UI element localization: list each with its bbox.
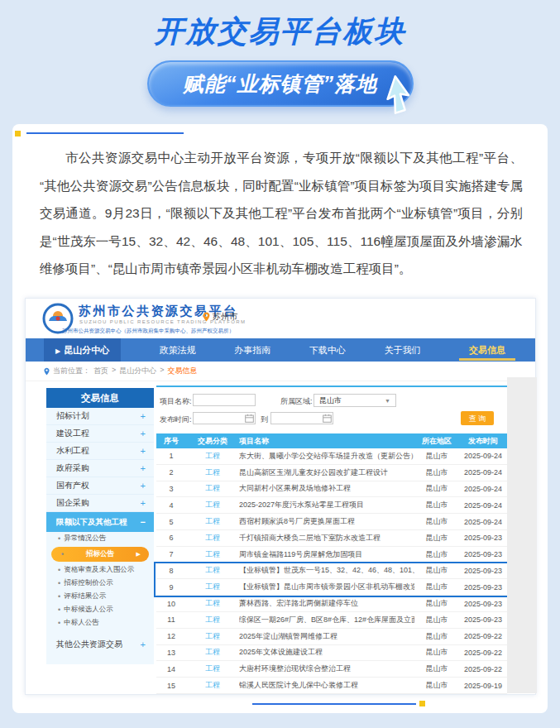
nav-item-关于我们[interactable]: 关于我们 [384,338,420,362]
table-header: 序号交易分类项目名称所在地区发布时间 [156,433,507,448]
table-row[interactable]: 1工程东大街、晨曦小学公交站停车场提升改造（更新公告）昆山市2025-09-24 [156,448,507,465]
project-name[interactable]: 千灯镇招商大楼负二层地下室防水改造工程 [239,533,414,544]
table-row[interactable]: 7工程周市镇金福路119号房屋解危加固项目昆山市2025-09-23 [156,547,507,563]
sidebar-item[interactable]: 政府采购+ [46,460,154,477]
table-row[interactable]: 5工程西宿村顾家浜8号厂房更换屋面工程昆山市2025-09-24 [156,514,507,530]
sidebar-item[interactable]: 建设工程+ [46,425,154,443]
category-link[interactable]: 工程 [186,615,239,625]
nav-item-下载中心[interactable]: 下载中心 [309,338,346,362]
site-caption: 苏州市公共资源交易中心（苏州市政府集中采购中心、苏州产权交易所） [62,328,234,335]
category-link[interactable]: 工程 [186,598,239,609]
row-date: 2025-09-23 [459,534,507,542]
category-link[interactable]: 工程 [186,500,239,510]
row-number: 3 [156,485,186,493]
project-name[interactable]: 周市镇金福路119号房屋解危加固项目 [239,549,414,560]
row-region: 昆山市 [414,647,459,658]
bullet-icon: • [58,534,60,543]
sidebar-subitem[interactable]: •中标人公告 [46,616,154,630]
row-date: 2025-09-23 [459,600,507,608]
sidebar-item[interactable]: 国企采购+ [46,495,154,512]
project-name[interactable]: 西宿村顾家浜8号厂房更换屋面工程 [239,516,414,527]
breadcrumb-item[interactable]: 昆山分中心 [119,366,156,376]
sidebar-subitem[interactable]: •中标候选人公示 [46,603,154,616]
project-name[interactable]: 大唐村环境整治现状综合整治工程 [239,663,414,674]
category-link[interactable]: 工程 [186,549,239,560]
table-row[interactable]: 3工程大同新村小区果树及场地修补工程昆山市2025-09-24 [156,481,507,498]
page-title: 开放交易平台板块 [0,0,560,52]
table-row[interactable]: 10工程萧林西路、宏洋路北两侧新建停车位昆山市2025-09-23 [156,596,507,612]
category-link[interactable]: 工程 [186,663,239,674]
row-region: 昆山市 [414,631,459,642]
table-row[interactable]: 8工程【业标镇管】世茂东一号15、32、42、46、48、101、105、115… [156,563,507,580]
category-link[interactable]: 工程 [186,680,239,691]
column-header: 序号 [156,436,186,447]
category-link[interactable]: 工程 [186,631,239,642]
nav-item-政策法规[interactable]: 政策法规 [160,338,196,362]
breadcrumb-item[interactable]: 首页 [93,366,108,376]
category-link[interactable]: 工程 [186,647,239,658]
project-name[interactable]: 综保区一期26#厂房、B区8#仓库、12#仓库屋面及立面维修工程 [239,615,414,625]
column-header: 所在地区 [414,436,459,447]
sidebar-subitem[interactable]: •招标控制价公示 [46,577,154,590]
project-name[interactable]: 【业标镇管】世茂东一号15、32、42、46、48、101、105、115、11… [239,565,414,576]
nav-item-label: 交易信息 [469,345,505,355]
table-row[interactable]: 6工程千灯镇招商大楼负二层地下室防水改造工程昆山市2025-09-23 [156,530,507,547]
chevron-down-icon: ▼ [385,398,390,404]
site-location[interactable]: 苏州市 [203,311,237,323]
nav-item-交易信息[interactable]: 交易信息 [459,340,515,361]
plus-icon: + [141,463,146,473]
project-name-input[interactable] [193,394,256,406]
project-name[interactable]: 2025年淀山湖镇管网维修工程 [239,631,414,642]
page-margin-strip [507,377,537,693]
row-date: 2025-09-24 [459,518,507,526]
row-region: 昆山市 [414,533,459,544]
nav-item-办事指南[interactable]: 办事指南 [234,338,270,362]
project-name[interactable]: 萧林西路、宏洋路北两侧新建停车位 [239,598,414,609]
table-row[interactable]: 2工程昆山高新区玉湖儿童友好公园改扩建工程设计昆山市2025-09-24 [156,465,507,481]
sidebar-subitem[interactable]: •评标结果公示 [46,590,154,603]
project-name[interactable]: 锦溪人民医院计免儿保中心装修工程 [239,680,414,691]
category-link[interactable]: 工程 [186,451,239,462]
project-name[interactable]: 2025年文体设施建设工程 [239,647,414,658]
sidebar-item-label: 国企采购 [56,497,89,509]
sidebar-item[interactable]: 水利工程+ [46,443,154,460]
nav-item-昆山分中心[interactable]: ▶昆山分中心 [44,338,121,362]
arrow-right-icon: ▶ [136,551,141,558]
project-name[interactable]: 大同新村小区果树及场地修补工程 [239,483,414,494]
calendar-icon[interactable] [245,414,254,423]
calendar-icon[interactable] [323,414,332,423]
category-link[interactable]: 工程 [186,565,239,576]
sidebar-item[interactable]: 国有产权+ [46,477,154,495]
sidebar-subitem[interactable]: •资格审查及未入围公示 [46,563,154,577]
table-row[interactable]: 12工程2025年淀山湖镇管网维修工程昆山市2025-09-22 [156,629,507,645]
region-select[interactable]: 昆山市 ▼ [314,394,396,407]
category-link[interactable]: 工程 [186,582,239,592]
sidebar-item-label: 招标计划 [56,410,89,422]
project-name[interactable]: 【业标镇管】昆山市周市镇帝景园小区非机动车棚改造工程 [239,582,414,592]
project-name[interactable]: 昆山高新区玉湖儿童友好公园改扩建工程设计 [239,467,414,478]
sidebar-item[interactable]: 招标计划+ [46,408,154,425]
sidebar-subitem[interactable]: •异常情况公告 [46,532,154,545]
category-link[interactable]: 工程 [186,483,239,494]
row-number: 4 [156,501,186,510]
search-button[interactable]: 查 询 [461,411,494,425]
breadcrumb-item[interactable]: 交易信息 [168,366,198,376]
table-row[interactable]: 13工程2025年文体设施建设工程昆山市2025-09-22 [156,645,507,662]
category-link[interactable]: 工程 [186,533,239,544]
row-date: 2025-09-24 [459,501,507,510]
category-link[interactable]: 工程 [186,467,239,478]
sidebar-item[interactable]: 限额以下及其他工程− [46,512,154,532]
project-name[interactable]: 东大街、晨曦小学公交站停车场提升改造（更新公告） [239,451,414,462]
sidebar-subitem[interactable]: •招标公告▶ [51,547,149,562]
sidebar-item[interactable]: 其他公共资源交易+ [46,636,154,653]
category-link[interactable]: 工程 [186,516,239,527]
sidebar-title: 交易信息 [46,388,154,408]
table-row[interactable]: 14工程大唐村环境整治现状综合整治工程昆山市2025-09-22 [156,661,507,678]
sidebar: 交易信息 招标计划+建设工程+水利工程+政府采购+国有产权+国企采购+限额以下及… [46,388,154,664]
table-row[interactable]: 15工程锦溪人民医院计免儿保中心装修工程昆山市2025-09-19 [156,678,507,694]
table-row[interactable]: 9工程【业标镇管】昆山市周市镇帝景园小区非机动车棚改造工程昆山市2025-09-… [156,579,507,596]
table-row[interactable]: 11工程综保区一期26#厂房、B区8#仓库、12#仓库屋面及立面维修工程昆山市2… [156,612,507,629]
table-row[interactable]: 4工程2025-2027年度污水泵站零星工程项目昆山市2025-09-24 [156,497,507,514]
nav-item-label: 昆山分中心 [64,345,109,355]
project-name[interactable]: 2025-2027年度污水泵站零星工程项目 [239,500,414,510]
